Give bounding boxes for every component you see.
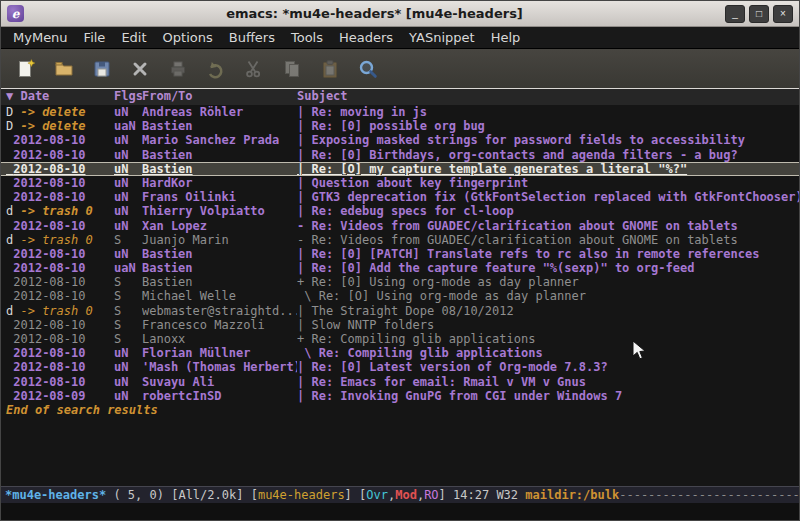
search-button[interactable] xyxy=(351,53,384,85)
message-row[interactable]: 2012-08-10uNBastien| Re: [O] my capture … xyxy=(1,162,799,176)
message-date-text: -> delete xyxy=(20,119,85,133)
menu-item-mymenu[interactable]: MyMenu xyxy=(5,28,76,47)
message-row[interactable]: 2012-08-10uNMario Sanchez Prada| Exposin… xyxy=(1,133,799,147)
message-from: webmaster@straightd... xyxy=(142,304,297,318)
minimize-icon[interactable]: _ xyxy=(725,5,745,23)
message-row[interactable]: 2012-08-10SFrancesco Mazzoli| Slow NNTP … xyxy=(1,318,799,332)
message-from: Xan Lopez xyxy=(142,219,297,233)
message-from: Bastien xyxy=(142,261,297,275)
paste-button[interactable] xyxy=(313,53,346,85)
message-row[interactable]: d -> trash 0Swebmaster@straightd...| The… xyxy=(1,304,799,318)
undo-button[interactable] xyxy=(199,53,232,85)
menu-bar: MyMenuFileEditOptionsBuffersToolsHeaders… xyxy=(1,27,799,49)
message-flags: uN xyxy=(114,176,142,190)
message-row[interactable]: d -> trash 0uNThierry Volpiatto| Re: ede… xyxy=(1,204,799,218)
menu-item-buffers[interactable]: Buffers xyxy=(221,28,283,47)
column-header-from[interactable]: From/To xyxy=(142,89,297,105)
message-row[interactable]: 2012-08-10uNHardKor| Question about key … xyxy=(1,176,799,190)
message-date-text: 2012-08-10 xyxy=(13,289,85,303)
modeline-segment: Mod xyxy=(395,488,417,502)
column-header-date[interactable]: ▼ Date xyxy=(6,89,114,105)
column-header-subject[interactable]: Subject xyxy=(297,89,799,105)
message-from: Bastien xyxy=(142,119,297,133)
message-date: 2012-08-10 xyxy=(6,176,114,190)
message-row[interactable]: 2012-08-10uNFlorian Müllner \ Re: Compil… xyxy=(1,346,799,360)
message-row[interactable]: 2012-08-10uN'Mash (Thomas Herbert)| Re: … xyxy=(1,360,799,374)
message-row[interactable]: 2012-08-10uNXan Lopez- Re: Videos from G… xyxy=(1,219,799,233)
message-row[interactable]: D -> deleteuaNBastien| Re: [0] possible … xyxy=(1,119,799,133)
cut-button[interactable] xyxy=(237,53,270,85)
message-subject: | Exposing masked strings for password f… xyxy=(297,133,799,147)
modeline-segment: RO xyxy=(424,488,438,502)
message-flags: uaN xyxy=(114,261,142,275)
message-from: Thierry Volpiatto xyxy=(142,204,297,218)
kill-buffer-button[interactable] xyxy=(123,53,156,85)
menu-item-edit[interactable]: Edit xyxy=(113,28,154,47)
save-button[interactable] xyxy=(85,53,118,85)
menu-item-options[interactable]: Options xyxy=(155,28,221,47)
message-date-text: -> trash 0 xyxy=(20,204,92,218)
menu-item-help[interactable]: Help xyxy=(483,28,529,47)
message-flags: uN xyxy=(114,247,142,261)
header-line: ▼ Date Flgs From/To Subject xyxy=(1,89,799,105)
menu-item-yasnippet[interactable]: YASnippet xyxy=(401,28,483,47)
message-date-text: 2012-08-10 xyxy=(13,219,85,233)
message-row[interactable]: D -> deleteuNAndreas Röhler| Re: moving … xyxy=(1,105,799,119)
window-title: emacs: *mu4e-headers* [mu4e-headers] xyxy=(30,6,719,21)
message-date: 2012-08-10 xyxy=(6,190,114,204)
message-row[interactable]: 2012-08-10uNSuvayu Ali| Re: Emacs for em… xyxy=(1,375,799,389)
message-row[interactable]: 2012-08-10uNBastien| Re: [0] Birthdays, … xyxy=(1,148,799,162)
message-date-text: -> trash 0 xyxy=(20,304,92,318)
message-subject: + Re: [0] Using org-mode as day planner xyxy=(297,275,799,289)
message-date: 2012-08-10 xyxy=(6,318,114,332)
message-flags: uN xyxy=(114,190,142,204)
message-flags: S xyxy=(114,304,142,318)
message-from: 'Mash (Thomas Herbert) xyxy=(142,360,297,374)
headers-buffer[interactable]: D -> deleteuNAndreas Röhler| Re: moving … xyxy=(1,105,799,486)
message-flags: S xyxy=(114,332,142,346)
modeline-segment: [All/2.0k] xyxy=(171,488,250,502)
message-row[interactable]: 2012-08-10SMichael Welle \ Re: [O] Using… xyxy=(1,289,799,303)
message-row[interactable]: 2012-08-10SBastien+ Re: [0] Using org-mo… xyxy=(1,275,799,289)
copy-button[interactable] xyxy=(275,53,308,85)
message-subject: - Re: Videos from GUADEC/clarification a… xyxy=(297,219,799,233)
message-subject: \ Re: [O] Using org-mode as day planner xyxy=(297,289,799,303)
message-row[interactable]: 2012-08-10uaNBastien| Re: [0] Add the ca… xyxy=(1,261,799,275)
close-icon[interactable]: × xyxy=(773,5,793,23)
message-date: 2012-08-10 xyxy=(6,219,114,233)
maximize-icon[interactable]: □ xyxy=(749,5,769,23)
print-button[interactable] xyxy=(161,53,194,85)
message-row[interactable]: 2012-08-10SLanoxx+ Re: Compiling glib ap… xyxy=(1,332,799,346)
open-file-icon xyxy=(53,58,75,80)
menu-item-tools[interactable]: Tools xyxy=(283,28,331,47)
message-flags: uN xyxy=(114,389,142,403)
message-from: Andreas Röhler xyxy=(142,105,297,119)
menu-item-file[interactable]: File xyxy=(76,28,114,47)
message-flags: uN xyxy=(114,162,142,176)
emacs-window: e emacs: *mu4e-headers* [mu4e-headers] _… xyxy=(0,0,800,521)
copy-icon xyxy=(281,58,303,80)
message-row[interactable]: d -> trash 0SJuanjo Marin- Re: Videos fr… xyxy=(1,233,799,247)
column-header-flags[interactable]: Flgs xyxy=(114,89,142,105)
menu-item-headers[interactable]: Headers xyxy=(331,28,401,47)
new-file-icon xyxy=(15,58,37,80)
save-icon xyxy=(91,58,113,80)
message-subject: | Question about key fingerprint xyxy=(297,176,799,190)
message-mark: D xyxy=(6,119,20,133)
title-bar[interactable]: e emacs: *mu4e-headers* [mu4e-headers] _… xyxy=(1,1,799,27)
new-file-button[interactable] xyxy=(9,53,42,85)
message-date-text: 2012-08-10 xyxy=(13,332,85,346)
message-row[interactable]: 2012-08-10uNFrans Oilinki| GTK3 deprecat… xyxy=(1,190,799,204)
message-flags: uN xyxy=(114,133,142,147)
emacs-icon: e xyxy=(7,5,24,22)
message-row[interactable]: 2012-08-09uNrobertcInSD| Re: Invoking Gn… xyxy=(1,389,799,403)
message-date-text: 2012-08-10 xyxy=(13,275,85,289)
message-row[interactable]: 2012-08-10uNBastien| Re: [0] [PATCH] Tra… xyxy=(1,247,799,261)
message-date-text: 2012-08-10 xyxy=(13,162,85,176)
open-file-button[interactable] xyxy=(47,53,80,85)
message-flags: uN xyxy=(114,219,142,233)
echo-area[interactable] xyxy=(1,503,799,520)
message-date: 2012-08-10 xyxy=(6,162,114,176)
message-from: Lanoxx xyxy=(142,332,297,346)
message-date-text: 2012-08-10 xyxy=(13,133,85,147)
